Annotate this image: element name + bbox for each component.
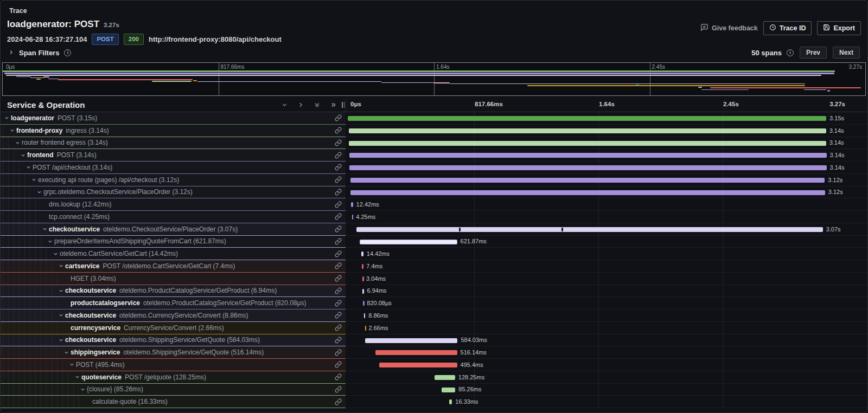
span-bar[interactable]: [435, 375, 455, 380]
span-row[interactable]: router frontend egress (3.14s)3.14s: [1, 137, 867, 150]
span-link-icon[interactable]: [331, 238, 342, 245]
span-bar[interactable]: [350, 190, 825, 195]
span-row-label[interactable]: cartservicePOST /oteldemo.CartService/Ge…: [1, 260, 346, 273]
span-bar[interactable]: [362, 264, 363, 269]
span-row-label[interactable]: grpc.oteldemo.CheckoutService/PlaceOrder…: [1, 186, 346, 199]
span-row-label[interactable]: HGET (3.04ms): [1, 273, 346, 285]
span-row-label[interactable]: checkoutserviceoteldemo.ShippingService/…: [1, 334, 346, 347]
span-row[interactable]: grpc.oteldemo.CheckoutService/PlaceOrder…: [1, 186, 867, 199]
span-bar[interactable]: [349, 128, 826, 133]
span-link-icon[interactable]: [331, 152, 342, 159]
give-feedback-link[interactable]: Give feedback: [700, 23, 758, 33]
span-link-icon[interactable]: [331, 114, 342, 121]
span-bar[interactable]: [363, 301, 365, 306]
span-link-icon[interactable]: [331, 201, 342, 208]
chevron-down-icon[interactable]: [24, 164, 33, 170]
chevron-down-icon[interactable]: [8, 127, 16, 133]
span-row-label[interactable]: frontendPOST (3.14s): [1, 149, 346, 162]
span-bar[interactable]: [360, 240, 457, 244]
span-row[interactable]: checkoutserviceoteldemo.ProductCatalogSe…: [1, 285, 867, 298]
span-row-label[interactable]: productcatalogserviceoteldemo.ProductCat…: [1, 297, 346, 309]
span-bar[interactable]: [365, 338, 457, 343]
span-link-icon[interactable]: [331, 287, 342, 294]
span-row[interactable]: loadgeneratorPOST (3.15s)3.15s: [1, 112, 867, 125]
span-row-label[interactable]: shippingserviceoteldemo.ShippingService/…: [1, 346, 346, 359]
chevron-down-icon[interactable]: [30, 177, 38, 183]
chevron-down-icon[interactable]: [46, 238, 54, 244]
span-bar[interactable]: [361, 251, 363, 256]
expand-one-icon[interactable]: [297, 101, 304, 108]
span-row-label[interactable]: checkoutserviceoteldemo.CheckoutService/…: [1, 223, 346, 236]
next-button[interactable]: Next: [833, 47, 860, 59]
span-bar[interactable]: [350, 178, 825, 183]
span-row-label[interactable]: oteldemo.CartService/GetCart (14.42ms): [1, 248, 346, 260]
span-row-label[interactable]: quoteservicePOST /getquote (128.25ms): [1, 371, 346, 384]
span-row[interactable]: POST /api/checkout (3.14s)3.14s: [1, 162, 867, 174]
span-row-label[interactable]: dns.lookup (12.42ms): [1, 198, 346, 211]
span-link-icon[interactable]: [331, 189, 342, 196]
span-bar[interactable]: [375, 350, 457, 355]
span-row-label[interactable]: calculate-quote (16.33ms): [1, 396, 346, 408]
span-row-label[interactable]: currencyserviceCurrencyService/Convert (…: [1, 322, 346, 334]
span-row-label[interactable]: {closure} (85.26ms): [1, 384, 346, 396]
span-row[interactable]: {closure} (85.26ms)85.26ms: [1, 384, 867, 396]
span-row-label[interactable]: frontend-proxyingress (3.14s): [1, 125, 346, 137]
span-bar[interactable]: [351, 202, 353, 207]
span-link-icon[interactable]: [331, 373, 342, 380]
span-bar[interactable]: [449, 399, 452, 404]
span-row[interactable]: cartservicePOST /oteldemo.CartService/Ge…: [1, 260, 867, 273]
span-bar[interactable]: [364, 313, 366, 318]
collapse-all-icon[interactable]: [314, 101, 321, 108]
chevron-down-icon[interactable]: [62, 350, 71, 356]
span-link-icon[interactable]: [331, 275, 342, 282]
chevron-down-icon[interactable]: [14, 140, 22, 146]
expand-all-icon[interactable]: [330, 101, 337, 108]
collapse-one-icon[interactable]: [281, 101, 288, 108]
chevron-down-icon[interactable]: [52, 251, 60, 257]
span-bar[interactable]: [352, 215, 354, 220]
span-bar[interactable]: [356, 227, 823, 232]
span-row-label[interactable]: router frontend egress (3.14s): [1, 137, 346, 150]
chevron-down-icon[interactable]: [57, 312, 65, 318]
chevron-down-icon[interactable]: [57, 337, 65, 343]
chevron-down-icon[interactable]: [79, 386, 87, 392]
span-link-icon[interactable]: [331, 386, 342, 393]
span-bar[interactable]: [362, 276, 364, 281]
prev-button[interactable]: Prev: [800, 47, 827, 59]
span-row-label[interactable]: POST /api/checkout (3.14s): [1, 162, 346, 174]
span-row[interactable]: checkoutserviceoteldemo.CheckoutService/…: [1, 223, 867, 236]
span-row[interactable]: oteldemo.CartService/GetCart (14.42ms)14…: [1, 248, 867, 260]
span-row-label[interactable]: tcp.connect (4.25ms): [1, 211, 346, 223]
span-bar[interactable]: [349, 141, 826, 146]
span-link-icon[interactable]: [331, 398, 342, 405]
span-link-icon[interactable]: [331, 139, 342, 146]
trace-id-button[interactable]: Trace ID: [763, 21, 812, 35]
span-row[interactable]: POST (495.4ms)495.4ms: [1, 359, 867, 371]
span-link-icon[interactable]: [331, 349, 342, 356]
span-bar[interactable]: [379, 363, 457, 367]
span-row[interactable]: productcatalogserviceoteldemo.ProductCat…: [1, 297, 867, 309]
chevron-down-icon[interactable]: [35, 189, 43, 195]
span-link-icon[interactable]: [331, 361, 342, 368]
span-row[interactable]: calculate-quote (16.33ms)16.33ms: [1, 396, 867, 408]
span-link-icon[interactable]: [331, 176, 342, 183]
span-row[interactable]: frontend-proxyingress (3.14s)3.14s: [1, 125, 867, 137]
chevron-down-icon[interactable]: [68, 362, 76, 367]
chevron-down-icon[interactable]: [41, 226, 49, 232]
span-row-label[interactable]: POST (495.4ms): [1, 359, 346, 371]
span-row-label[interactable]: prepareOrderItemsAndShippingQuoteFromCar…: [1, 236, 346, 248]
span-bar[interactable]: [362, 289, 364, 294]
span-row[interactable]: tcp.connect (4.25ms)4.25ms: [1, 211, 867, 223]
span-link-icon[interactable]: [331, 324, 342, 331]
span-bar[interactable]: [348, 116, 826, 121]
span-link-icon[interactable]: [331, 300, 342, 307]
chevron-down-icon[interactable]: [57, 263, 65, 269]
span-row[interactable]: executing api route (pages) /api/checkou…: [1, 174, 867, 186]
span-row[interactable]: frontendPOST (3.14s)3.14s: [1, 149, 867, 162]
span-link-icon[interactable]: [331, 262, 342, 269]
span-row-label[interactable]: loadgeneratorPOST (3.15s): [1, 112, 346, 125]
info-icon[interactable]: i: [787, 49, 794, 56]
info-icon[interactable]: i: [64, 49, 71, 56]
span-row[interactable]: prepareOrderItemsAndShippingQuoteFromCar…: [1, 236, 867, 248]
span-row-label[interactable]: checkoutserviceoteldemo.ProductCatalogSe…: [1, 285, 346, 298]
